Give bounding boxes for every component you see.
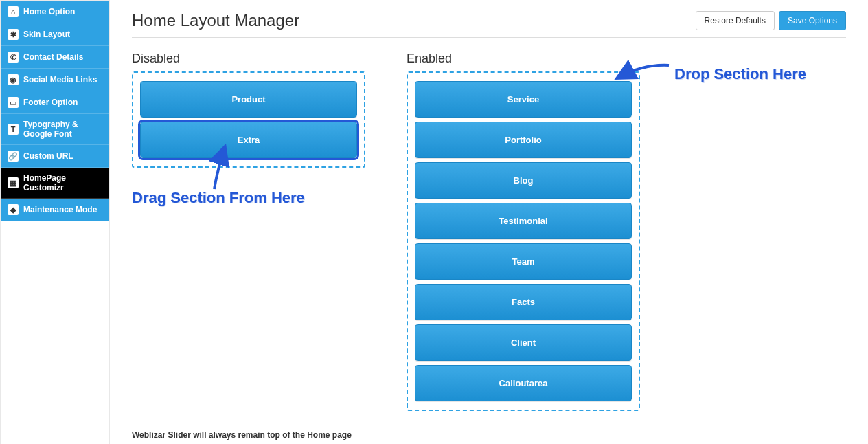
drop-annotation: Drop Section Here xyxy=(674,65,806,83)
page-title: Home Layout Manager xyxy=(132,11,299,30)
section-tile-client[interactable]: Client xyxy=(415,324,632,361)
slider-note: Weblizar Slider will always remain top o… xyxy=(132,430,846,440)
sidebar-item-social-media-links[interactable]: ◉ Social Media Links xyxy=(1,69,109,91)
sidebar-item-home-option[interactable]: ⌂ Home Option xyxy=(1,1,109,23)
disabled-dropzone[interactable]: Product Extra xyxy=(132,71,365,168)
sidebar-item-contact-details[interactable]: ✆ Contact Details xyxy=(1,46,109,69)
camera-icon: ◉ xyxy=(8,74,19,85)
main-content: Home Layout Manager Restore Defaults Sav… xyxy=(110,0,868,444)
sidebar-item-label: Typography & Google Font xyxy=(23,120,102,139)
top-button-row: Restore Defaults Save Options xyxy=(696,11,846,30)
sidebar-item-custom-url[interactable]: 🔗 Custom URL xyxy=(1,145,109,168)
typography-icon: T xyxy=(8,124,19,135)
maintenance-icon: ◆ xyxy=(8,204,19,215)
notes: Weblizar Slider will always remain top o… xyxy=(132,430,846,444)
app-root: ⌂ Home Option ✱ Skin Layout ✆ Contact De… xyxy=(0,0,868,444)
sidebar-item-label: Social Media Links xyxy=(23,75,97,85)
sidebar-item-homepage-customizr[interactable]: ▦ HomePage Customizr xyxy=(1,168,109,199)
grid-icon: ▦ xyxy=(8,177,19,188)
sidebar-item-maintenance-mode[interactable]: ◆ Maintenance Mode xyxy=(1,199,109,221)
phone-icon: ✆ xyxy=(8,52,19,63)
page-header: Home Layout Manager Restore Defaults Sav… xyxy=(132,11,846,38)
section-tile-extra[interactable]: Extra xyxy=(140,122,357,158)
section-tile-portfolio[interactable]: Portfolio xyxy=(415,122,632,158)
sidebar-item-footer-option[interactable]: ▭ Footer Option xyxy=(1,91,109,114)
section-tile-testimonial[interactable]: Testimonial xyxy=(415,203,632,239)
section-tile-team[interactable]: Team xyxy=(415,243,632,280)
sidebar-item-typography[interactable]: T Typography & Google Font xyxy=(1,114,109,145)
sidebar-item-label: Maintenance Mode xyxy=(23,205,97,214)
home-icon: ⌂ xyxy=(8,6,19,17)
section-tile-calloutarea[interactable]: Calloutarea xyxy=(415,365,632,401)
restore-defaults-button-top[interactable]: Restore Defaults xyxy=(696,11,775,30)
section-tile-service[interactable]: Service xyxy=(415,81,632,118)
sidebar-item-label: Contact Details xyxy=(23,52,83,62)
arrow-icon xyxy=(201,144,242,192)
sidebar-item-label: HomePage Customizr xyxy=(23,173,102,192)
sidebar-item-label: Skin Layout xyxy=(23,30,70,39)
sidebar-item-skin-layout[interactable]: ✱ Skin Layout xyxy=(1,23,109,46)
sidebar-item-label: Footer Option xyxy=(23,98,78,107)
enabled-column: Enabled Service Portfolio Blog Testimoni… xyxy=(407,52,640,411)
disabled-heading: Disabled xyxy=(132,52,365,66)
layout-columns: Disabled Product Extra Drag Section From… xyxy=(132,52,846,411)
section-tile-blog[interactable]: Blog xyxy=(415,162,632,199)
sidebar-item-label: Custom URL xyxy=(23,151,73,161)
sidebar-item-label: Home Option xyxy=(23,7,75,16)
skin-icon: ✱ xyxy=(8,29,19,40)
section-tile-product[interactable]: Product xyxy=(140,81,357,118)
save-options-button-top[interactable]: Save Options xyxy=(779,11,846,30)
settings-sidebar: ⌂ Home Option ✱ Skin Layout ✆ Contact De… xyxy=(0,0,110,444)
arrow-icon xyxy=(613,58,674,86)
enabled-heading: Enabled xyxy=(407,52,640,66)
footer-icon: ▭ xyxy=(8,97,19,108)
disabled-column: Disabled Product Extra Drag Section From… xyxy=(132,52,365,411)
section-tile-facts[interactable]: Facts xyxy=(415,284,632,320)
enabled-dropzone[interactable]: Service Portfolio Blog Testimonial Team … xyxy=(407,71,640,411)
link-icon: 🔗 xyxy=(8,151,19,162)
